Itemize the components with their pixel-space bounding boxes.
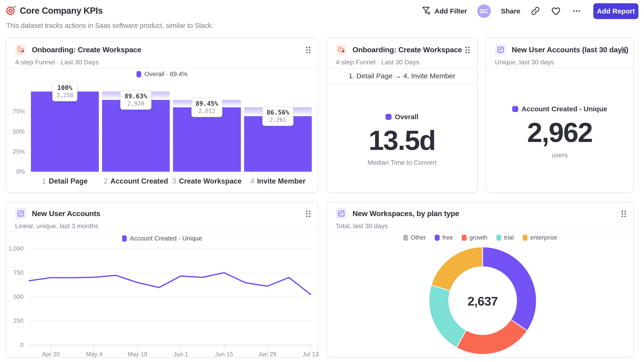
trend-x-tick-label: May 4 xyxy=(78,351,110,358)
legend-swatch xyxy=(435,235,440,241)
new-accounts-caption: users xyxy=(486,151,633,159)
donut-segment-growth[interactable] xyxy=(456,320,527,354)
legend-swatch xyxy=(462,235,466,241)
legend-label: Overall xyxy=(395,113,418,121)
step-number: 4 xyxy=(250,177,254,185)
legend-swatch xyxy=(403,235,408,241)
funnel-bar-detail-page[interactable] xyxy=(31,91,99,172)
legend-swatch xyxy=(122,235,127,242)
divider xyxy=(327,232,633,232)
funnel-range-label: 1. Detail Page → 4. Invite Member xyxy=(327,68,477,85)
trend-x-tick-label: Jul 13 xyxy=(294,351,327,358)
favorite-button[interactable] xyxy=(550,5,561,17)
trend-x-tick-label: Apr 20 xyxy=(35,351,67,358)
drag-handle-icon[interactable] xyxy=(464,46,470,55)
legend-label: Account Created - Unique xyxy=(522,105,607,113)
legend-label: free xyxy=(442,234,453,241)
trend-line-series[interactable] xyxy=(29,273,310,294)
card-title: New User Accounts xyxy=(32,209,100,218)
legend-label: Other xyxy=(411,234,426,241)
donut-segment-free[interactable] xyxy=(483,247,536,331)
median-card-header: Onboarding: Create Workspace 4-step Funn… xyxy=(336,44,456,66)
step-name: Detail Page xyxy=(49,177,88,185)
dashboard-page: Core Company KPIs This dataset tracks ac… xyxy=(0,0,644,362)
legend-swatch xyxy=(136,71,141,77)
filter-plus-icon xyxy=(421,5,431,17)
step-name: Account Created xyxy=(110,177,168,185)
legend-swatch xyxy=(523,235,528,241)
accounts30-legend[interactable]: Account Created - Unique xyxy=(486,105,633,113)
trend-x-tick-label: May 18 xyxy=(121,351,154,358)
funnel-step-labels: 1Detail Page2Account Created3Create Work… xyxy=(6,177,319,187)
card-title: New User Accounts (last 30 days) xyxy=(512,45,628,54)
card-subtitle: Linear, unique, last 3 months xyxy=(15,222,297,230)
funnel-step-label: 4Invite Member xyxy=(244,177,312,185)
legend-label: trial xyxy=(504,234,514,241)
funnel-y-tick-label: 75% xyxy=(6,108,25,115)
funnel-plot: 0%25%50%75%100%3,25889.63%2,92089.45%2,6… xyxy=(6,91,319,172)
copy-link-button[interactable] xyxy=(530,6,540,16)
funnel-step-label: 3Create Workspace xyxy=(173,177,241,185)
card-subtitle: 4-step Funnel · Last 30 Days xyxy=(336,58,456,66)
legend-swatch xyxy=(496,235,501,241)
step-name: Invite Member xyxy=(257,177,306,185)
trend-legend[interactable]: Account Created - Unique xyxy=(6,235,318,242)
step-number: 3 xyxy=(172,177,176,185)
donut-legend: Otherfreegrowthtrialenterprise xyxy=(327,234,633,241)
funnel-bar-account-created[interactable] xyxy=(102,100,170,172)
legend-swatch xyxy=(512,106,518,112)
avatar[interactable]: GC xyxy=(477,4,491,18)
funnel-conversion-pct: 86.56% xyxy=(266,109,289,116)
trend-line-chart[interactable] xyxy=(6,247,319,352)
page-subtitle: This dataset tracks actions in Saas soft… xyxy=(6,22,213,29)
more-options-button[interactable] xyxy=(572,6,582,17)
step-number: 1 xyxy=(42,177,46,185)
donut-card-header: New Workspaces, by plan type Total, last… xyxy=(336,208,612,230)
median-time-card: Onboarding: Create Workspace 4-step Funn… xyxy=(326,38,478,193)
funnel-y-tick-label: 50% xyxy=(6,128,25,135)
workspaces-plan-card: New Workspaces, by plan type Total, last… xyxy=(326,201,634,358)
donut-legend-item-growth[interactable]: growth xyxy=(462,234,488,241)
funnel-chart-icon xyxy=(336,44,347,55)
donut-legend-item-other[interactable]: Other xyxy=(403,234,426,241)
card-subtitle: Total, last 30 days xyxy=(336,222,612,230)
funnel-conversion-pct: 89.45% xyxy=(196,100,218,107)
funnel-count: 3,258 xyxy=(56,92,73,98)
heart-icon xyxy=(550,5,561,17)
new-accounts-value: 2,962 xyxy=(486,117,633,148)
legend-label: enterprise xyxy=(530,234,557,241)
funnel-step-label: 1Detail Page xyxy=(31,177,99,185)
funnel-legend[interactable]: Overall · 69.4% xyxy=(6,71,318,78)
drag-handle-icon[interactable] xyxy=(305,210,311,218)
card-subtitle: Unique, last 30 days xyxy=(495,58,612,66)
add-filter-label: Add Filter xyxy=(434,7,467,15)
share-button[interactable]: Share xyxy=(501,7,520,15)
funnel-count: 2,261 xyxy=(266,117,289,123)
card-title: Onboarding: Create Workspace xyxy=(32,45,141,54)
median-legend[interactable]: Overall xyxy=(327,113,477,121)
divider xyxy=(6,68,318,68)
trend-x-tick-label: Jun 15 xyxy=(208,351,240,358)
median-time-caption: Median Time to Convert xyxy=(327,159,477,166)
drag-handle-icon[interactable] xyxy=(621,210,627,218)
donut-legend-item-enterprise[interactable]: enterprise xyxy=(523,234,557,241)
funnel-bar-label: 89.63%2,920 xyxy=(120,90,151,110)
trend-y-tick-label: 1,000 xyxy=(6,245,24,252)
new-accounts-card: New User Accounts (last 30 days) Unique,… xyxy=(486,38,634,193)
donut-legend-item-trial[interactable]: trial xyxy=(496,234,514,241)
add-filter-button[interactable]: Add Filter xyxy=(421,5,467,17)
divider xyxy=(6,232,318,232)
funnel-card-header: Onboarding: Create Workspace 4-step Funn… xyxy=(15,44,297,66)
add-report-button[interactable]: Add Report xyxy=(593,3,638,19)
funnel-conversion-pct: 100% xyxy=(56,84,73,91)
drag-handle-icon[interactable] xyxy=(621,46,627,55)
funnel-y-tick-label: 0% xyxy=(6,168,25,175)
donut-legend-item-free[interactable]: free xyxy=(435,234,453,241)
step-name: Create Workspace xyxy=(179,177,242,185)
drag-handle-icon[interactable] xyxy=(305,46,311,55)
trend-y-tick-label: 500 xyxy=(6,293,24,301)
donut-segment-enterprise[interactable] xyxy=(431,247,483,291)
target-emoji-icon xyxy=(6,5,16,16)
link-icon xyxy=(530,6,540,16)
toolbar: Add Filter GC Share xyxy=(421,3,638,19)
